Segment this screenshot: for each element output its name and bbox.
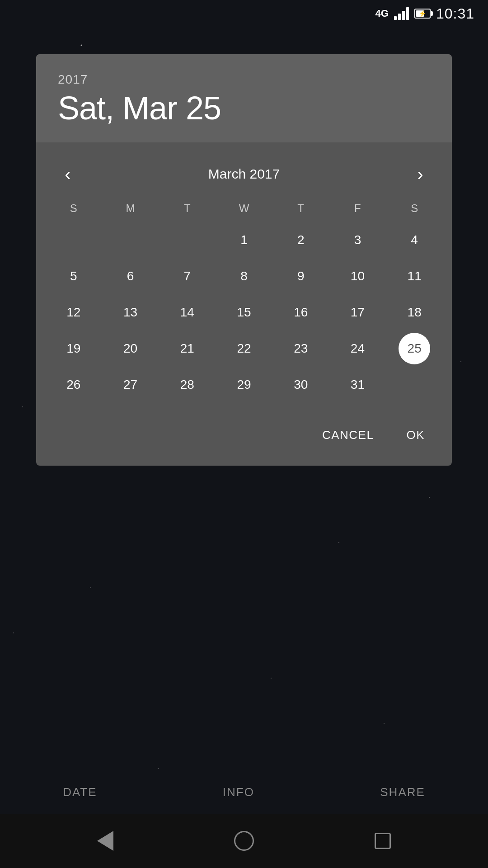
- bottom-tab-bar: DATE INFO SHARE: [0, 771, 488, 814]
- weekday-thu: T: [272, 198, 329, 218]
- cal-day-19[interactable]: 19: [45, 330, 102, 367]
- cal-day-9[interactable]: 9: [272, 258, 329, 294]
- status-icons: 4G ⚡ 10:31: [375, 5, 474, 22]
- weekday-sat: S: [386, 198, 443, 218]
- signal-icon: [394, 7, 409, 20]
- time-display: 10:31: [436, 5, 474, 22]
- cal-empty: [159, 222, 216, 258]
- cal-day-1[interactable]: 1: [216, 222, 272, 258]
- calendar-body: ‹ March 2017 › S M T W T F S 12345678910…: [36, 142, 452, 403]
- cal-day-4[interactable]: 4: [386, 222, 443, 258]
- weekday-mon: M: [102, 198, 159, 218]
- cal-day-11[interactable]: 11: [386, 258, 443, 294]
- cal-day-15[interactable]: 15: [216, 294, 272, 330]
- cal-day-29[interactable]: 29: [216, 367, 272, 403]
- cal-day-22[interactable]: 22: [216, 330, 272, 367]
- dialog-actions: CANCEL OK: [36, 403, 452, 466]
- cal-day-12[interactable]: 12: [45, 294, 102, 330]
- tab-date[interactable]: DATE: [45, 780, 115, 805]
- selected-date: Sat, Mar 25: [58, 90, 430, 126]
- system-nav-bar: [0, 814, 488, 868]
- cal-day-26[interactable]: 26: [45, 367, 102, 403]
- cal-day-24[interactable]: 24: [329, 330, 386, 367]
- cal-day-21[interactable]: 21: [159, 330, 216, 367]
- weekday-fri: F: [329, 198, 386, 218]
- selected-year: 2017: [58, 72, 430, 87]
- cal-day-7[interactable]: 7: [159, 258, 216, 294]
- weekday-sun: S: [45, 198, 102, 218]
- cal-day-30[interactable]: 30: [272, 367, 329, 403]
- tab-info[interactable]: INFO: [205, 780, 272, 805]
- home-icon: [234, 831, 254, 851]
- cal-day-2[interactable]: 2: [272, 222, 329, 258]
- recents-button[interactable]: [369, 827, 396, 854]
- status-bar: 4G ⚡ 10:31: [0, 0, 488, 27]
- prev-month-button[interactable]: ‹: [54, 160, 81, 188]
- signal-label: 4G: [375, 8, 389, 19]
- cal-day-3[interactable]: 3: [329, 222, 386, 258]
- cal-day-23[interactable]: 23: [272, 330, 329, 367]
- cal-day-17[interactable]: 17: [329, 294, 386, 330]
- cal-day-10[interactable]: 10: [329, 258, 386, 294]
- ok-button[interactable]: OK: [395, 421, 436, 449]
- dialog-header: 2017 Sat, Mar 25: [36, 54, 452, 142]
- battery-icon: ⚡: [414, 9, 431, 19]
- next-month-button[interactable]: ›: [407, 160, 434, 188]
- weekday-headers: S M T W T F S: [45, 198, 443, 218]
- month-navigation: ‹ March 2017 ›: [45, 153, 443, 198]
- recents-icon: [375, 833, 391, 849]
- cancel-button[interactable]: CANCEL: [311, 421, 385, 449]
- cal-day-6[interactable]: 6: [102, 258, 159, 294]
- month-year-title: March 2017: [208, 166, 280, 182]
- back-icon: [97, 831, 113, 851]
- cal-empty: [102, 222, 159, 258]
- cal-day-18[interactable]: 18: [386, 294, 443, 330]
- cal-day-31[interactable]: 31: [329, 367, 386, 403]
- tab-share[interactable]: SHARE: [362, 780, 443, 805]
- calendar-grid: 1234567891011121314151617181920212223242…: [45, 222, 443, 403]
- back-button[interactable]: [92, 827, 119, 854]
- cal-day-13[interactable]: 13: [102, 294, 159, 330]
- cal-day-16[interactable]: 16: [272, 294, 329, 330]
- cal-day-20[interactable]: 20: [102, 330, 159, 367]
- weekday-wed: W: [216, 198, 272, 218]
- cal-day-27[interactable]: 27: [102, 367, 159, 403]
- cal-day-14[interactable]: 14: [159, 294, 216, 330]
- weekday-tue: T: [159, 198, 216, 218]
- date-picker-dialog: 2017 Sat, Mar 25 ‹ March 2017 › S M T W …: [36, 54, 452, 466]
- cal-day-5[interactable]: 5: [45, 258, 102, 294]
- cal-day-25[interactable]: 25: [399, 333, 430, 364]
- home-button[interactable]: [230, 827, 258, 854]
- cal-empty: [45, 222, 102, 258]
- cal-day-28[interactable]: 28: [159, 367, 216, 403]
- cal-day-8[interactable]: 8: [216, 258, 272, 294]
